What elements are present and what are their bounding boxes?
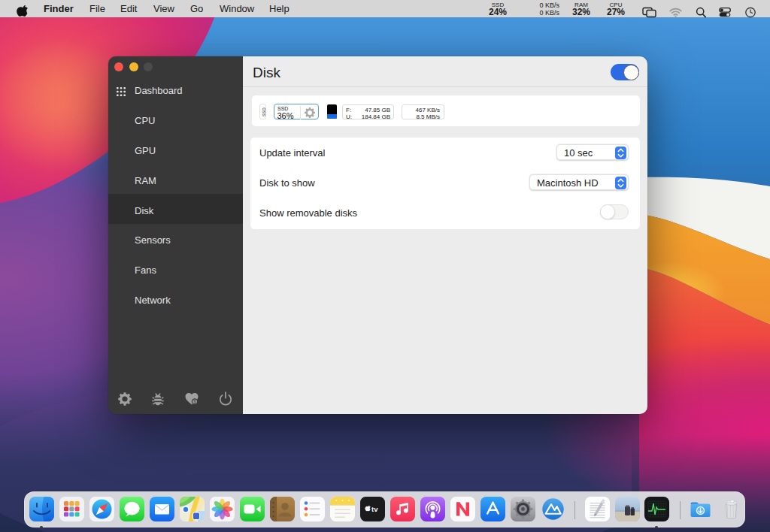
svg-text:tv: tv bbox=[371, 505, 378, 513]
svg-text:$: $ bbox=[193, 399, 196, 404]
